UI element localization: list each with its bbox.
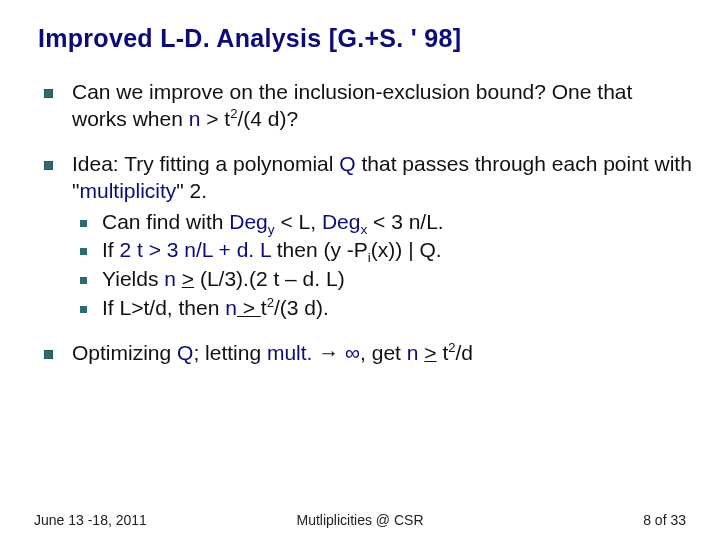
sub-2-tail2: (x)) | Q. [371,238,442,261]
sub-2-a: If [102,238,120,261]
var-n: n [189,107,201,130]
sub-4-cond: L>t/d, then [120,296,226,319]
sub-4-tail: /(3 d). [274,296,329,319]
footer-page: 8 of 33 [643,512,686,528]
sub-2-tail: (y -P [323,238,367,261]
sub-3-a: Yields [102,267,164,290]
word-multiplicity: multiplicity [79,179,176,202]
sub-1-lt2: < 3 n/L. [367,210,443,233]
geq-1: > [182,267,194,290]
b3-tail: /d [456,341,474,364]
degx: Deg [322,210,361,233]
bullet-3: Optimizing Q; letting mult. → ∞, get n >… [38,340,692,367]
bullet-1: Can we improve on the inclusion-exclusio… [38,79,692,133]
var-Q: Q [339,152,355,175]
sup-2b: 2 [267,295,274,310]
b3-t: t [437,341,449,364]
footer: June 13 -18, 2011 Mutliplicities @ CSR 8… [0,512,720,528]
bullet-2-post: " 2. [176,179,207,202]
degy: Deg [229,210,268,233]
sub-1: Can find with Degy < L, Degx < 3 n/L. [72,209,692,236]
geq-3: > [424,341,436,364]
bullet-1-tail: /(4 d)? [237,107,298,130]
sub-1-a: Can find with [102,210,229,233]
footer-venue: Mutliplicities @ CSR [296,512,423,528]
slide-title: Improved L-D. Analysis [G.+S. ' 98] [38,24,692,53]
b3-get: , get [360,341,407,364]
bullet-2: Idea: Try fitting a polynomial Q that pa… [38,151,692,322]
sub-1-lt1: < L, [275,210,322,233]
sup-2c: 2 [448,340,455,355]
sub-3: Yields n > (L/3).(2 t – d. L) [72,266,692,293]
sub-2-cond: 2 t > 3 n/L + d. L [120,238,271,261]
bullet-1-text: Can we improve on the inclusion-exclusio… [72,80,632,130]
slide: Improved L-D. Analysis [G.+S. ' 98] Can … [0,0,720,540]
sub-4: If L>t/d, then n > t2/(3 d). [72,295,692,322]
geq-2: > [237,296,261,319]
sub-3-rhs: (L/3).(2 t – d. L) [194,267,345,290]
sub-3-n: n [164,267,176,290]
b3-a: Optimizing [72,341,177,364]
b3-Q: Q [177,341,193,364]
sub-list: Can find with Degy < L, Degx < 3 n/L. If… [72,209,692,323]
sub-2: If 2 t > 3 n/L + d. L then (y -Pi(x)) | … [72,237,692,264]
bullet-1-gt: > t [200,107,230,130]
footer-date: June 13 -18, 2011 [34,512,147,528]
sub-y: y [268,222,275,237]
sub-2-then: then [271,238,324,261]
bullet-2-pre: Idea: Try fitting a polynomial [72,152,339,175]
infinity-icon: ∞ [345,341,360,364]
bullet-list: Can we improve on the inclusion-exclusio… [38,79,692,367]
sub-4-n: n [225,296,237,319]
b3-arrow: → [312,341,345,364]
b3-mid: ; letting [193,341,267,364]
b3-n: n [407,341,419,364]
b3-mult: mult. [267,341,313,364]
sub-4-a: If [102,296,120,319]
